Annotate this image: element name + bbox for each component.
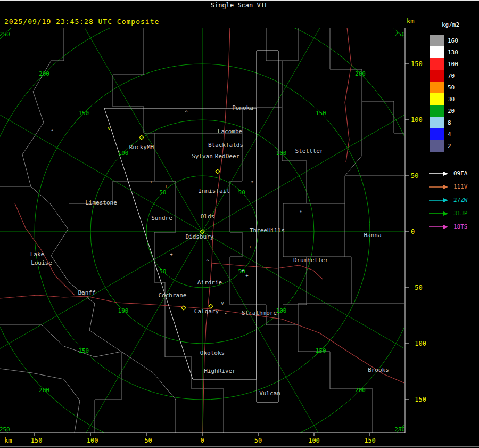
place-label: Stettler <box>295 148 324 154</box>
range-ring-label: 200 <box>355 70 366 77</box>
y-axis-tick-label: -100 <box>411 340 426 347</box>
map-marker: + <box>150 179 153 184</box>
map-marker: v <box>108 126 110 131</box>
map-markers: v^^*++*+^+++v^ <box>51 110 302 317</box>
map-marker: + <box>170 251 173 257</box>
legend-color-swatch <box>430 70 444 82</box>
place-label: Sundre <box>151 215 172 222</box>
place-label: Hanna <box>364 232 381 239</box>
place-label: Airdrie <box>197 279 222 286</box>
place-label: RockyMH <box>129 144 154 151</box>
radar-coverage-outline <box>104 51 278 402</box>
legend-unit-label: kg/m2 <box>442 21 479 28</box>
x-axis-tick-label: 0 <box>200 437 204 444</box>
legend-value-label: 4 <box>448 131 451 138</box>
range-ring-label: 250 <box>0 31 10 38</box>
pointer-arrow-icon <box>428 170 449 177</box>
place-label: Innisfail <box>198 188 230 194</box>
map-marker: ^ <box>51 129 54 134</box>
azimuth-lines <box>0 28 479 448</box>
legend-value-label: 30 <box>448 96 455 103</box>
timestamp-label: 2025/09/19 23:45:28 UTC Composite <box>4 18 159 26</box>
map-marker: v <box>221 300 224 306</box>
legend-entry: 50 <box>426 82 479 93</box>
place-label: Okotoks <box>200 349 225 356</box>
place-label: Lacombe <box>218 128 242 135</box>
range-ring-label: 200 <box>355 387 366 394</box>
range-ring-label: 150 <box>316 110 326 117</box>
pointer-id-label: 27ZW <box>453 197 468 203</box>
x-axis-tick-label: -150 <box>27 437 43 444</box>
range-ring-label: 100 <box>276 307 287 314</box>
legend-entry: 160 <box>426 35 479 46</box>
pointer-arrow-icon <box>428 210 449 217</box>
pointer-id-label: 18TS <box>453 223 468 230</box>
legend-entry: 130 <box>426 46 479 58</box>
range-ring-label: 100 <box>118 150 129 157</box>
place-label: Louise <box>31 259 52 266</box>
pointer-arrow-icon <box>428 184 449 190</box>
radar-app-window: Single_Scan_VIL 2025/09/19 23:45:28 UTC … <box>0 0 479 448</box>
map-marker: + <box>164 183 168 189</box>
legend-value-label: 2 <box>448 143 451 150</box>
place-label: Sylvan <box>192 153 213 160</box>
place-label: Cochrane <box>159 292 187 299</box>
place-label: Calgary <box>194 308 219 315</box>
range-ring-label: 50 <box>159 189 166 196</box>
legend-value-label: 70 <box>448 72 455 79</box>
radar-pointer-entry: 09EA <box>426 167 479 180</box>
range-ring-label: 200 <box>39 70 49 77</box>
y-axis-ticks: 150100500-50-100-150 <box>405 60 426 403</box>
place-label: Drumheller <box>293 257 329 264</box>
range-ring-label: 250 <box>394 31 405 38</box>
map-marker: ^ <box>185 110 188 115</box>
pointer-arrow-icon <box>428 197 449 203</box>
legend-entry: 70 <box>426 70 479 82</box>
legend-value-label: 160 <box>448 37 458 44</box>
range-ring <box>0 28 479 448</box>
legend-entry: 20 <box>426 105 479 117</box>
legend-entry: 4 <box>426 128 479 140</box>
map-marker: ^ <box>206 259 209 264</box>
radar-pointer-entry: 18TS <box>426 220 479 233</box>
y-axis-tick-label: 50 <box>411 172 418 180</box>
title-bar: Single_Scan_VIL <box>0 0 479 11</box>
legend-value-label: 130 <box>448 49 458 56</box>
legend-value-label: 100 <box>448 61 458 68</box>
map-marker: + <box>241 267 244 273</box>
legend-color-swatch <box>430 46 444 58</box>
legend-entry: 100 <box>426 58 479 70</box>
place-label: Olds <box>201 213 215 220</box>
map-marker: * <box>299 210 302 215</box>
radar-map[interactable]: 5050505010010010010015015015015020020020… <box>0 28 479 448</box>
place-label: Banff <box>78 289 95 296</box>
range-rings <box>0 28 479 448</box>
legend-color-swatch <box>430 128 444 140</box>
place-label: Brooks <box>368 366 389 373</box>
legend-value-label: 8 <box>448 119 451 126</box>
y-axis-tick-label: 100 <box>411 116 423 124</box>
radar-pointer-entry: 111V <box>426 180 479 193</box>
place-label: Blackfalds <box>208 142 243 149</box>
radar-pointer-entry: 27ZW <box>426 193 479 207</box>
pointer-id-label: 09EA <box>453 170 468 177</box>
pointer-list: 09EA111V27ZW31JP18TS <box>426 167 479 233</box>
range-ring-label: 150 <box>78 110 89 117</box>
x-axis-tick-label: -100 <box>83 437 98 444</box>
place-label: Didsbury <box>186 233 214 240</box>
legend-entries: 16013010070503020842 <box>426 35 479 152</box>
legend-color-swatch <box>430 93 444 105</box>
range-ring-label: 100 <box>276 150 287 157</box>
place-label: Limestone <box>85 199 117 206</box>
map-marker: * <box>251 180 253 185</box>
radar-pointer-entry: 31JP <box>426 207 479 220</box>
y-axis-unit: km <box>407 18 414 25</box>
place-label: Vulcan <box>259 390 280 397</box>
y-axis-tick-label: -150 <box>411 396 426 403</box>
x-axis-tick-label: -50 <box>141 437 152 444</box>
legend-panel: kg/m2 16013010070503020842 09EA111V27ZW3… <box>426 21 479 233</box>
place-label: Lake <box>30 251 45 258</box>
legend-color-swatch <box>430 82 444 93</box>
place-label: Strathmore <box>242 309 277 316</box>
legend-color-swatch <box>430 105 444 117</box>
